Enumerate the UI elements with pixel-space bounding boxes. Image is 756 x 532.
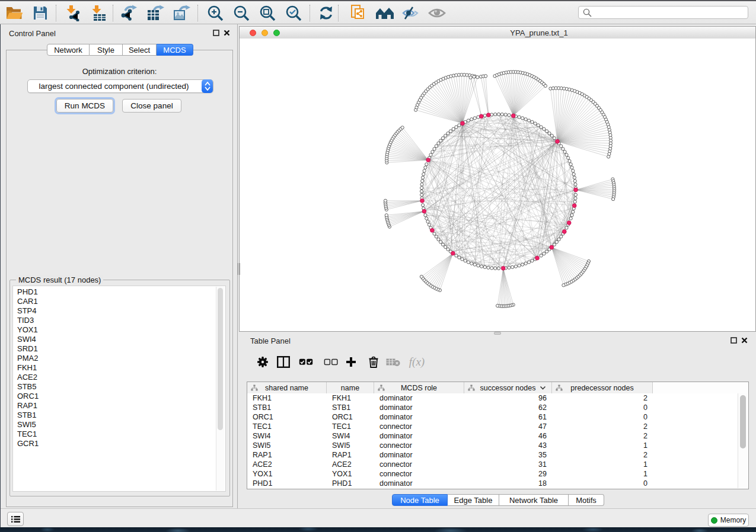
zoom-fit-button[interactable] — [257, 4, 277, 23]
close-panel-button[interactable]: Close panel — [122, 99, 181, 113]
new-network-from-selection-button[interactable] — [349, 4, 369, 23]
export-network-button[interactable] — [119, 4, 139, 23]
panel-menu-button[interactable] — [7, 512, 24, 526]
cell-name: SWI5 — [327, 441, 374, 450]
run-mcds-button[interactable]: Run MCDS — [56, 99, 113, 113]
tab-edge-table[interactable]: Edge Table — [448, 494, 499, 506]
cell-name: ORC1 — [327, 412, 374, 422]
cell-MCDS-role: dominator — [374, 412, 464, 422]
zoom-in-button[interactable] — [205, 4, 225, 23]
toolbar-separator — [310, 5, 310, 21]
column-header-successor-nodes[interactable]: successor nodes — [464, 382, 552, 393]
mcds-scrollbar-thumb[interactable] — [218, 288, 223, 430]
mcds-list-item[interactable]: STB5 — [17, 382, 39, 392]
zoom-selected-button[interactable] — [283, 4, 304, 23]
table-row-ORC1[interactable]: ORC1ORC1dominator610 — [247, 412, 739, 422]
maximize-window-icon[interactable] — [273, 30, 280, 36]
unchecked-checkboxes-icon — [324, 358, 338, 366]
mcds-list-item[interactable]: ORC1 — [17, 392, 39, 401]
criterion-dropdown[interactable]: largest connected component (undirected) — [27, 79, 213, 93]
network-canvas[interactable] — [240, 39, 755, 331]
show-all-button[interactable] — [427, 4, 447, 23]
table-row-ACE2[interactable]: ACE2ACE2connector311 — [247, 460, 739, 469]
network-window-titlebar[interactable]: YPA_prune.txt_1 — [240, 27, 755, 39]
table-row-SWI4[interactable]: SWI4SWI4dominator462 — [247, 431, 739, 441]
plus-icon — [346, 357, 356, 367]
table-settings-button[interactable] — [253, 353, 272, 371]
tab-mcds[interactable]: MCDS — [157, 44, 193, 56]
hide-all-columns-button[interactable] — [321, 353, 340, 371]
save-session-button[interactable] — [30, 4, 50, 23]
close-panel-icon[interactable] — [224, 30, 230, 36]
mcds-list-item[interactable]: CAR1 — [17, 297, 39, 306]
mcds-list-item[interactable]: FKH1 — [17, 363, 39, 373]
mcds-result-list[interactable]: PHD1CAR1STP4TID3YOX1SWI4SRD1PMA2FKH1ACE2… — [12, 286, 226, 492]
mcds-list-item[interactable]: GCR1 — [17, 439, 39, 448]
table-row-TEC1[interactable]: TEC1TEC1connector472 — [247, 422, 739, 431]
table-row-STB1[interactable]: STB1STB1dominator620 — [247, 403, 739, 412]
cell-predecessor-nodes: 2 — [552, 431, 653, 441]
checked-checkboxes-icon — [299, 358, 313, 366]
table-row-FKH1[interactable]: FKH1FKH1dominator962 — [247, 393, 739, 403]
refresh-button[interactable] — [316, 4, 336, 23]
vertical-splitter-grip[interactable] — [237, 262, 241, 275]
mcds-list-item[interactable]: TID3 — [17, 316, 39, 325]
function-builder-button[interactable]: f(x) — [405, 353, 429, 371]
mcds-list-item[interactable]: SWI5 — [17, 420, 39, 430]
delete-column-button[interactable] — [364, 353, 383, 371]
tab-motifs[interactable]: Motifs — [569, 494, 604, 506]
cell-successor-nodes: 96 — [464, 393, 552, 403]
mcds-list-item[interactable]: RAP1 — [17, 401, 39, 411]
memory-button[interactable]: Memory — [708, 514, 749, 527]
mcds-list-item[interactable]: SWI4 — [17, 335, 39, 344]
search-input[interactable] — [578, 6, 748, 19]
column-header-predecessor-nodes[interactable]: predecessor nodes — [552, 382, 653, 393]
column-header-name[interactable]: name — [327, 382, 374, 393]
import-network-button[interactable] — [63, 4, 83, 23]
mcds-list-item[interactable]: STB1 — [17, 411, 39, 420]
criterion-value: largest connected component (undirected) — [28, 80, 200, 92]
float-window-icon[interactable] — [731, 337, 737, 344]
export-table-button[interactable] — [145, 4, 165, 23]
float-window-icon[interactable] — [213, 30, 219, 36]
table-row-SWI5[interactable]: SWI5SWI5connector431 — [247, 441, 739, 450]
tab-select[interactable]: Select — [123, 44, 157, 56]
tab-node-table[interactable]: Node Table — [392, 494, 448, 506]
minimize-window-icon[interactable] — [261, 30, 268, 36]
table-scrollbar-thumb[interactable] — [740, 395, 746, 448]
column-header-MCDS-role[interactable]: MCDS role — [374, 382, 464, 393]
cell-predecessor-nodes: 1 — [552, 460, 653, 469]
column-header-shared-name[interactable]: shared name — [247, 382, 327, 393]
close-window-icon[interactable] — [250, 30, 256, 36]
mcds-list-item[interactable]: PHD1 — [17, 287, 39, 297]
tab-network[interactable]: Network — [47, 44, 90, 56]
create-column-button[interactable] — [342, 353, 361, 371]
mcds-list-item[interactable]: PMA2 — [17, 354, 39, 363]
tab-network-table[interactable]: Network Table — [499, 494, 569, 506]
show-all-columns-button[interactable] — [296, 353, 315, 371]
mcds-list-item[interactable]: TEC1 — [17, 430, 39, 439]
split-table-view-button[interactable] — [274, 353, 293, 371]
mcds-list-item[interactable]: YOX1 — [17, 325, 39, 335]
table-row-YOX1[interactable]: YOX1YOX1connector291 — [247, 469, 739, 479]
mcds-list-scrollbar[interactable] — [216, 287, 225, 491]
mcds-list-item[interactable]: SRD1 — [17, 344, 39, 354]
close-panel-icon[interactable] — [741, 337, 748, 344]
table-row-RAP1[interactable]: RAP1RAP1dominator352 — [247, 450, 739, 460]
zoom-out-button[interactable] — [231, 4, 251, 23]
optimization-criterion-label: Optimization criterion: — [1, 67, 238, 76]
mcds-list-item[interactable]: STP4 — [17, 306, 39, 316]
split-view-icon — [277, 356, 290, 368]
first-neighbors-button[interactable] — [375, 4, 395, 23]
open-session-button[interactable] — [4, 4, 24, 23]
import-table-button[interactable] — [88, 4, 109, 23]
delete-table-icon — [386, 357, 400, 367]
save-icon — [33, 5, 48, 21]
mcds-list-item[interactable]: ACE2 — [17, 373, 39, 382]
table-scrollbar[interactable] — [738, 393, 748, 488]
export-image-button[interactable] — [171, 4, 192, 23]
hide-selected-button[interactable] — [400, 4, 420, 23]
delete-table-button[interactable] — [384, 353, 403, 371]
table-row-PHD1[interactable]: PHD1PHD1dominator180 — [247, 479, 739, 488]
tab-style[interactable]: Style — [90, 44, 123, 56]
